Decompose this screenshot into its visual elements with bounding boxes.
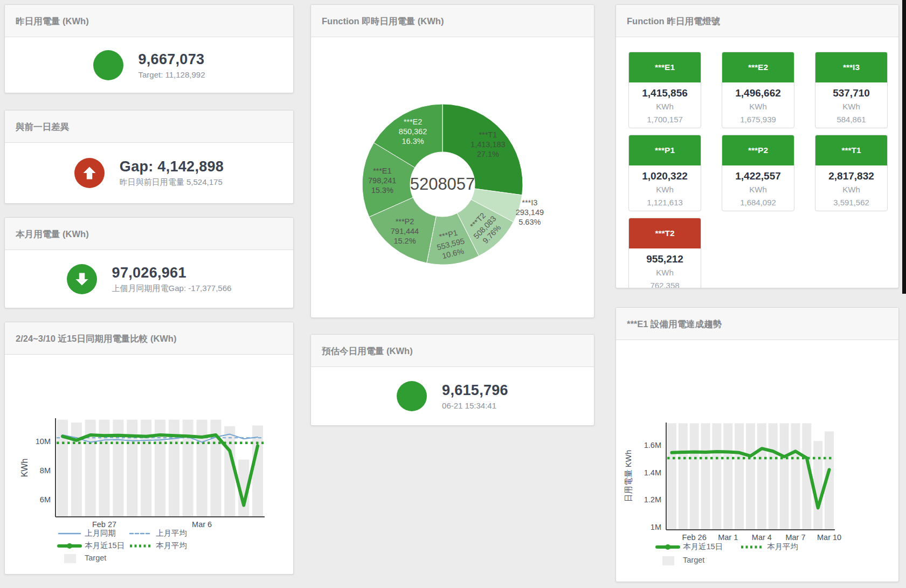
card-header: Function 即時日用電量 (KWh): [311, 5, 594, 37]
svg-text:Target: Target: [85, 554, 106, 562]
device-unit: KWh: [815, 100, 887, 113]
device-target: 584,861: [815, 113, 887, 126]
device-unit: KWh: [629, 100, 701, 113]
svg-text:Mar 10: Mar 10: [817, 533, 841, 542]
stat-body: 97,026,961 上個月同期用電Gap: -17,377,566: [5, 250, 293, 308]
svg-text:上月平均: 上月平均: [156, 529, 187, 537]
month-usage-card: 本月用電量 (KWh) 97,026,961 上個月同期用電Gap: -17,3…: [4, 217, 294, 308]
device-unit: KWh: [629, 266, 701, 279]
card-title: 昨日用電量 (KWh): [16, 5, 282, 37]
green-status-circle-icon: [397, 381, 427, 411]
svg-text:Target: Target: [683, 556, 704, 564]
device-tile-t2: ***T2 955,212 KWh 762,358: [628, 218, 701, 288]
device-tile-p1: ***P1 1,020,322 KWh 1,121,613: [628, 135, 701, 211]
card-header: 昨日用電量 (KWh): [5, 5, 293, 37]
svg-text:Mar 6: Mar 6: [192, 520, 212, 529]
device-value: 2,817,832: [815, 169, 887, 183]
svg-text:Mar 7: Mar 7: [785, 533, 805, 542]
yesterday-usage-target: Target: 11,128,992: [139, 70, 205, 79]
device-target: 1,121,613: [629, 196, 701, 209]
month-usage-gap: 上個月同期用電Gap: -17,377,566: [112, 283, 232, 294]
device-unit: KWh: [629, 183, 701, 196]
card-title: Function 即時日用電量 (KWh): [322, 5, 583, 37]
gap-value: Gap: 4,142,898: [120, 158, 224, 175]
device-target: 1,700,157: [629, 113, 701, 126]
card-header: 本月用電量 (KWh): [5, 218, 293, 250]
arrow-up-icon: [74, 158, 105, 188]
trend-chart-card: ***E1 設備用電達成趨勢 1M1.2M1.4M1.6MFeb 26Mar 1…: [615, 307, 899, 582]
svg-text:1.2M: 1.2M: [644, 495, 661, 504]
device-tile-t1: ***T1 2,817,832 KWh 3,591,562: [815, 135, 888, 211]
green-status-circle-icon: [93, 50, 123, 80]
card-title: Function 昨日用電燈號: [627, 5, 888, 37]
realtime-donut-chart[interactable]: ***T11,413,18327.1%***I3293,1495.63%***T…: [311, 37, 594, 318]
svg-text:本月近15日: 本月近15日: [85, 541, 125, 550]
svg-text:1M: 1M: [651, 523, 661, 531]
device-label: ***I3: [815, 52, 887, 82]
realtime-donut-card: Function 即時日用電量 (KWh) ***T11,413,18327.1…: [310, 4, 594, 318]
stat-body: Gap: 4,142,898 昨日與前日用電量 5,524,175: [5, 143, 293, 203]
device-value: 1,020,322: [629, 169, 701, 183]
device-label: ***T1: [815, 135, 887, 165]
card-title: 與前一日差異: [16, 110, 282, 143]
scrollbar-thumb[interactable]: [902, 0, 906, 294]
comparison-chart-card: 2/24~3/10 近15日同期用電量比較 (KWh) 6M8M10MFeb 2…: [4, 322, 294, 575]
svg-text:Mar 4: Mar 4: [752, 533, 772, 542]
svg-text:6M: 6M: [40, 495, 51, 504]
card-title: 2/24~3/10 近15日同期用電量比較 (KWh): [16, 322, 282, 355]
svg-text:本月平均: 本月平均: [156, 541, 187, 550]
svg-text:10M: 10M: [36, 437, 51, 446]
estimate-card: 預估今日用電量 (KWh) 9,615,796 06-21 15:34:41: [310, 334, 594, 426]
device-target: 1,684,092: [722, 196, 794, 209]
estimate-timestamp: 06-21 15:34:41: [442, 401, 508, 410]
svg-text:KWh: KWh: [20, 459, 29, 478]
stat-body: 9,615,796 06-21 15:34:41: [311, 367, 594, 425]
card-header: 與前一日差異: [5, 110, 293, 143]
card-header: Function 昨日用電燈號: [616, 5, 898, 37]
comparison-chart[interactable]: 6M8M10MFeb 27Mar 6KWh上月同期上月平均本月近15日本月平均T…: [5, 355, 294, 575]
yesterday-usage-value: 9,667,073: [139, 51, 205, 68]
card-header: 預估今日用電量 (KWh): [311, 335, 594, 367]
svg-text:5208057: 5208057: [410, 175, 475, 193]
svg-text:Feb 27: Feb 27: [92, 520, 116, 529]
device-unit: KWh: [722, 100, 794, 113]
trend-chart[interactable]: 1M1.2M1.4M1.6MFeb 26Mar 1Mar 4Mar 7Mar 1…: [616, 340, 899, 582]
svg-text:Mar 1: Mar 1: [718, 533, 738, 542]
device-tiles-grid: ***E1 1,415,856 KWh 1,700,157 ***E2 1,49…: [616, 37, 898, 288]
status-lights-card: Function 昨日用電燈號 ***E1 1,415,856 KWh 1,70…: [615, 4, 899, 288]
yesterday-usage-card: 昨日用電量 (KWh) 9,667,073 Target: 11,128,992: [4, 4, 294, 93]
device-target: 762,358: [629, 279, 701, 288]
device-unit: KWh: [815, 183, 887, 196]
svg-text:1.4M: 1.4M: [644, 468, 661, 477]
device-tile-e2: ***E2 1,496,662 KWh 1,675,939: [722, 52, 794, 128]
device-target: 1,675,939: [722, 113, 794, 126]
card-title: ***E1 設備用電達成趨勢: [627, 308, 888, 340]
device-unit: KWh: [722, 183, 794, 196]
arrow-down-icon: [67, 264, 97, 294]
card-title: 預估今日用電量 (KWh): [322, 335, 583, 367]
device-label: ***T2: [629, 218, 701, 248]
gap-subtext: 昨日與前日用電量 5,524,175: [120, 177, 224, 188]
device-tile-e1: ***E1 1,415,856 KWh 1,700,157: [628, 52, 701, 128]
energy-dashboard: 昨日用電量 (KWh) 9,667,073 Target: 11,128,992…: [0, 0, 906, 588]
device-tile-i3: ***I3 537,710 KWh 584,861: [815, 52, 888, 128]
svg-text:日用電量 KWh: 日用電量 KWh: [624, 450, 633, 502]
page-scrollbar: [902, 0, 906, 588]
device-value: 1,422,557: [722, 169, 794, 183]
month-usage-value: 97,026,961: [112, 265, 232, 281]
device-label: ***P2: [722, 135, 794, 165]
device-value: 1,415,856: [629, 86, 701, 100]
device-label: ***E1: [629, 52, 701, 82]
estimate-value: 9,615,796: [442, 382, 508, 399]
stat-body: 9,667,073 Target: 11,128,992: [5, 37, 293, 93]
device-value: 955,212: [629, 252, 701, 266]
card-header: 2/24~3/10 近15日同期用電量比較 (KWh): [5, 322, 293, 355]
svg-text:本月平均: 本月平均: [767, 542, 798, 551]
device-target: 3,591,562: [815, 196, 887, 209]
device-value: 1,496,662: [722, 86, 794, 100]
device-value: 537,710: [815, 86, 887, 100]
svg-text:Feb 26: Feb 26: [682, 533, 707, 542]
device-tile-p2: ***P2 1,422,557 KWh 1,684,092: [722, 135, 794, 211]
svg-text:上月同期: 上月同期: [85, 529, 116, 537]
svg-text:8M: 8M: [40, 466, 51, 475]
